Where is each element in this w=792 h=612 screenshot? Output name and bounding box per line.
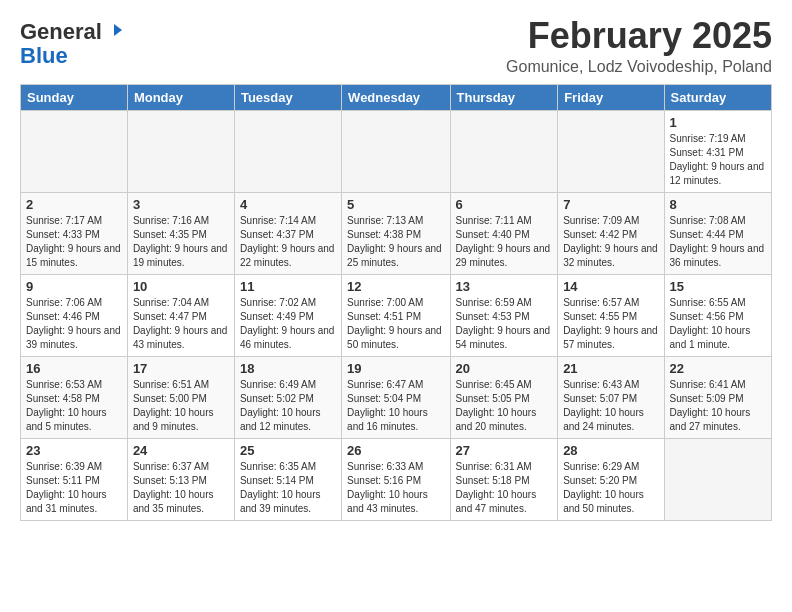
day-number: 8 bbox=[670, 197, 766, 212]
calendar-week-row: 9Sunrise: 7:06 AM Sunset: 4:46 PM Daylig… bbox=[21, 274, 772, 356]
weekday-header-friday: Friday bbox=[558, 84, 664, 110]
calendar-day-cell: 10Sunrise: 7:04 AM Sunset: 4:47 PM Dayli… bbox=[127, 274, 234, 356]
day-number: 19 bbox=[347, 361, 444, 376]
calendar-day-cell: 7Sunrise: 7:09 AM Sunset: 4:42 PM Daylig… bbox=[558, 192, 664, 274]
weekday-header-row: SundayMondayTuesdayWednesdayThursdayFrid… bbox=[21, 84, 772, 110]
calendar-day-cell: 25Sunrise: 6:35 AM Sunset: 5:14 PM Dayli… bbox=[234, 438, 341, 520]
calendar-week-row: 2Sunrise: 7:17 AM Sunset: 4:33 PM Daylig… bbox=[21, 192, 772, 274]
day-number: 21 bbox=[563, 361, 658, 376]
day-info: Sunrise: 6:37 AM Sunset: 5:13 PM Dayligh… bbox=[133, 460, 229, 516]
calendar-day-cell bbox=[21, 110, 128, 192]
svg-marker-0 bbox=[114, 24, 122, 36]
day-number: 26 bbox=[347, 443, 444, 458]
logo-general-text: General bbox=[20, 20, 102, 44]
logo: General Blue bbox=[20, 20, 124, 68]
calendar-day-cell bbox=[450, 110, 558, 192]
day-info: Sunrise: 6:43 AM Sunset: 5:07 PM Dayligh… bbox=[563, 378, 658, 434]
calendar-day-cell: 11Sunrise: 7:02 AM Sunset: 4:49 PM Dayli… bbox=[234, 274, 341, 356]
day-number: 14 bbox=[563, 279, 658, 294]
day-info: Sunrise: 6:33 AM Sunset: 5:16 PM Dayligh… bbox=[347, 460, 444, 516]
weekday-header-saturday: Saturday bbox=[664, 84, 771, 110]
calendar-day-cell: 13Sunrise: 6:59 AM Sunset: 4:53 PM Dayli… bbox=[450, 274, 558, 356]
day-info: Sunrise: 6:31 AM Sunset: 5:18 PM Dayligh… bbox=[456, 460, 553, 516]
day-info: Sunrise: 7:02 AM Sunset: 4:49 PM Dayligh… bbox=[240, 296, 336, 352]
calendar-day-cell: 5Sunrise: 7:13 AM Sunset: 4:38 PM Daylig… bbox=[342, 192, 450, 274]
day-number: 23 bbox=[26, 443, 122, 458]
calendar-day-cell: 17Sunrise: 6:51 AM Sunset: 5:00 PM Dayli… bbox=[127, 356, 234, 438]
day-info: Sunrise: 7:08 AM Sunset: 4:44 PM Dayligh… bbox=[670, 214, 766, 270]
day-number: 28 bbox=[563, 443, 658, 458]
calendar-day-cell: 23Sunrise: 6:39 AM Sunset: 5:11 PM Dayli… bbox=[21, 438, 128, 520]
day-number: 12 bbox=[347, 279, 444, 294]
day-info: Sunrise: 6:45 AM Sunset: 5:05 PM Dayligh… bbox=[456, 378, 553, 434]
day-number: 16 bbox=[26, 361, 122, 376]
calendar-day-cell bbox=[127, 110, 234, 192]
day-info: Sunrise: 7:00 AM Sunset: 4:51 PM Dayligh… bbox=[347, 296, 444, 352]
day-number: 7 bbox=[563, 197, 658, 212]
weekday-header-sunday: Sunday bbox=[21, 84, 128, 110]
day-number: 13 bbox=[456, 279, 553, 294]
calendar-day-cell bbox=[558, 110, 664, 192]
calendar-day-cell: 19Sunrise: 6:47 AM Sunset: 5:04 PM Dayli… bbox=[342, 356, 450, 438]
day-number: 15 bbox=[670, 279, 766, 294]
weekday-header-wednesday: Wednesday bbox=[342, 84, 450, 110]
calendar-day-cell: 22Sunrise: 6:41 AM Sunset: 5:09 PM Dayli… bbox=[664, 356, 771, 438]
day-info: Sunrise: 7:04 AM Sunset: 4:47 PM Dayligh… bbox=[133, 296, 229, 352]
day-info: Sunrise: 7:16 AM Sunset: 4:35 PM Dayligh… bbox=[133, 214, 229, 270]
day-info: Sunrise: 7:09 AM Sunset: 4:42 PM Dayligh… bbox=[563, 214, 658, 270]
day-info: Sunrise: 6:59 AM Sunset: 4:53 PM Dayligh… bbox=[456, 296, 553, 352]
day-number: 10 bbox=[133, 279, 229, 294]
calendar-day-cell: 18Sunrise: 6:49 AM Sunset: 5:02 PM Dayli… bbox=[234, 356, 341, 438]
day-number: 25 bbox=[240, 443, 336, 458]
location-text: Gomunice, Lodz Voivodeship, Poland bbox=[506, 58, 772, 76]
day-info: Sunrise: 6:47 AM Sunset: 5:04 PM Dayligh… bbox=[347, 378, 444, 434]
day-info: Sunrise: 6:57 AM Sunset: 4:55 PM Dayligh… bbox=[563, 296, 658, 352]
calendar-day-cell bbox=[234, 110, 341, 192]
day-info: Sunrise: 6:55 AM Sunset: 4:56 PM Dayligh… bbox=[670, 296, 766, 352]
day-number: 5 bbox=[347, 197, 444, 212]
calendar-day-cell: 28Sunrise: 6:29 AM Sunset: 5:20 PM Dayli… bbox=[558, 438, 664, 520]
logo-flag-icon bbox=[104, 22, 124, 42]
day-info: Sunrise: 6:49 AM Sunset: 5:02 PM Dayligh… bbox=[240, 378, 336, 434]
calendar-day-cell: 4Sunrise: 7:14 AM Sunset: 4:37 PM Daylig… bbox=[234, 192, 341, 274]
day-info: Sunrise: 6:35 AM Sunset: 5:14 PM Dayligh… bbox=[240, 460, 336, 516]
day-number: 4 bbox=[240, 197, 336, 212]
day-number: 27 bbox=[456, 443, 553, 458]
calendar-day-cell: 15Sunrise: 6:55 AM Sunset: 4:56 PM Dayli… bbox=[664, 274, 771, 356]
calendar-day-cell: 14Sunrise: 6:57 AM Sunset: 4:55 PM Dayli… bbox=[558, 274, 664, 356]
weekday-header-tuesday: Tuesday bbox=[234, 84, 341, 110]
day-number: 1 bbox=[670, 115, 766, 130]
calendar-day-cell bbox=[342, 110, 450, 192]
day-info: Sunrise: 7:17 AM Sunset: 4:33 PM Dayligh… bbox=[26, 214, 122, 270]
month-title: February 2025 bbox=[506, 16, 772, 56]
day-info: Sunrise: 6:39 AM Sunset: 5:11 PM Dayligh… bbox=[26, 460, 122, 516]
calendar-day-cell: 1Sunrise: 7:19 AM Sunset: 4:31 PM Daylig… bbox=[664, 110, 771, 192]
calendar-week-row: 16Sunrise: 6:53 AM Sunset: 4:58 PM Dayli… bbox=[21, 356, 772, 438]
day-number: 11 bbox=[240, 279, 336, 294]
day-number: 17 bbox=[133, 361, 229, 376]
day-info: Sunrise: 7:06 AM Sunset: 4:46 PM Dayligh… bbox=[26, 296, 122, 352]
day-number: 3 bbox=[133, 197, 229, 212]
logo-blue-text: Blue bbox=[20, 43, 68, 68]
calendar-day-cell: 3Sunrise: 7:16 AM Sunset: 4:35 PM Daylig… bbox=[127, 192, 234, 274]
title-block: February 2025 Gomunice, Lodz Voivodeship… bbox=[506, 16, 772, 76]
calendar-day-cell: 21Sunrise: 6:43 AM Sunset: 5:07 PM Dayli… bbox=[558, 356, 664, 438]
day-number: 20 bbox=[456, 361, 553, 376]
calendar-day-cell: 24Sunrise: 6:37 AM Sunset: 5:13 PM Dayli… bbox=[127, 438, 234, 520]
weekday-header-thursday: Thursday bbox=[450, 84, 558, 110]
calendar-day-cell: 2Sunrise: 7:17 AM Sunset: 4:33 PM Daylig… bbox=[21, 192, 128, 274]
day-number: 2 bbox=[26, 197, 122, 212]
calendar-day-cell: 12Sunrise: 7:00 AM Sunset: 4:51 PM Dayli… bbox=[342, 274, 450, 356]
day-info: Sunrise: 6:41 AM Sunset: 5:09 PM Dayligh… bbox=[670, 378, 766, 434]
day-info: Sunrise: 6:53 AM Sunset: 4:58 PM Dayligh… bbox=[26, 378, 122, 434]
calendar-day-cell: 8Sunrise: 7:08 AM Sunset: 4:44 PM Daylig… bbox=[664, 192, 771, 274]
calendar-day-cell: 16Sunrise: 6:53 AM Sunset: 4:58 PM Dayli… bbox=[21, 356, 128, 438]
day-info: Sunrise: 6:51 AM Sunset: 5:00 PM Dayligh… bbox=[133, 378, 229, 434]
calendar-day-cell: 6Sunrise: 7:11 AM Sunset: 4:40 PM Daylig… bbox=[450, 192, 558, 274]
day-info: Sunrise: 6:29 AM Sunset: 5:20 PM Dayligh… bbox=[563, 460, 658, 516]
day-number: 6 bbox=[456, 197, 553, 212]
day-info: Sunrise: 7:13 AM Sunset: 4:38 PM Dayligh… bbox=[347, 214, 444, 270]
weekday-header-monday: Monday bbox=[127, 84, 234, 110]
calendar-week-row: 1Sunrise: 7:19 AM Sunset: 4:31 PM Daylig… bbox=[21, 110, 772, 192]
day-number: 18 bbox=[240, 361, 336, 376]
